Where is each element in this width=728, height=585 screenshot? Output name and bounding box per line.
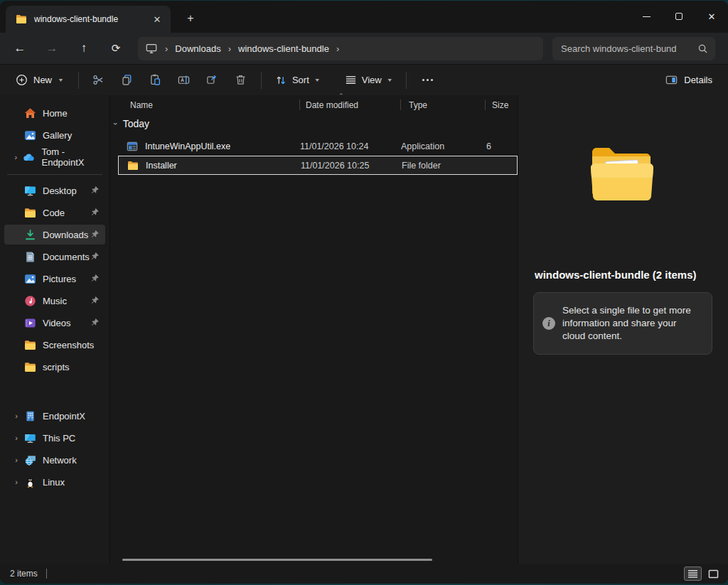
sidebar-item-videos[interactable]: Videos (4, 313, 105, 333)
column-header-name[interactable]: Name (110, 95, 299, 114)
column-separator[interactable] (400, 100, 401, 110)
breadcrumb-downloads[interactable]: Downloads (175, 43, 220, 54)
file-row-intunewinapputil[interactable]: IntuneWinAppUtil.exe 11/01/2026 10:24 Ap… (118, 136, 518, 156)
explorer-tab[interactable]: windows-client-bundle ✕ (6, 6, 171, 33)
chevron-right-icon[interactable]: › (9, 456, 24, 464)
cloud-icon (23, 151, 35, 163)
more-options-button[interactable] (412, 79, 443, 81)
column-header-size[interactable]: Size (485, 95, 518, 114)
status-divider (46, 569, 47, 579)
close-button[interactable]: ✕ (695, 1, 728, 32)
paste-icon (149, 73, 162, 87)
details-pane-icon (665, 73, 678, 87)
sidebar-separator (7, 174, 102, 175)
pin-icon (90, 208, 100, 217)
share-button[interactable] (198, 68, 227, 92)
sidebar-item-label: Music (43, 296, 67, 306)
column-separator[interactable] (485, 100, 486, 110)
up-button[interactable]: ↑ (72, 37, 96, 60)
chevron-right-icon[interactable]: › (9, 412, 24, 420)
sidebar-item-home[interactable]: Home (4, 103, 105, 123)
new-button[interactable]: New ▼ (7, 70, 73, 90)
network-icon (24, 454, 36, 466)
sidebar-item-downloads[interactable]: Downloads (4, 225, 105, 245)
chevron-right-icon[interactable]: › (9, 153, 23, 161)
sidebar-item-pictures[interactable]: Pictures (4, 269, 105, 289)
sidebar-item-this-pc[interactable]: › This PC (4, 428, 105, 448)
forward-button[interactable]: → (40, 37, 64, 60)
sidebar-item-documents[interactable]: Documents (4, 247, 105, 267)
file-list-panel: Name Date modified ⌃ Type Size › (110, 95, 518, 564)
linux-penguin-icon (24, 476, 36, 488)
copy-button[interactable] (113, 68, 141, 92)
chevron-right-icon[interactable]: › (9, 434, 24, 442)
sidebar-item-linux[interactable]: › Linux (4, 472, 105, 492)
column-header-date-modified[interactable]: Date modified ⌃ (299, 95, 400, 114)
column-separator[interactable] (299, 100, 300, 110)
chevron-down-icon: ▼ (58, 77, 64, 83)
view-icon (345, 74, 357, 86)
chevron-right-icon[interactable]: › (9, 478, 24, 486)
icons-view-toggle[interactable] (705, 567, 722, 581)
view-toggles (684, 567, 722, 581)
trash-icon (234, 73, 247, 87)
sidebar-item-label: Network (43, 455, 77, 466)
command-bar: New ▼ Sort ▼ View ▼ (0, 64, 728, 95)
column-header-type[interactable]: Type (400, 95, 485, 114)
sidebar-item-label: scripts (43, 362, 70, 372)
view-button[interactable]: View ▼ (338, 70, 400, 90)
sidebar-item-label: This PC (43, 433, 75, 444)
search-icon[interactable] (697, 43, 708, 54)
details-button-label: Details (684, 75, 712, 85)
breadcrumb-chevron-icon: › (336, 43, 339, 54)
sidebar: Home Gallery › Tom - EndpointX Desktop (0, 95, 110, 564)
preview-info-card: i Select a single file to get more infor… (533, 292, 712, 355)
document-icon (24, 251, 36, 263)
cut-button[interactable] (85, 68, 113, 92)
breadcrumb-chevron-icon: › (165, 43, 168, 54)
sidebar-item-gallery[interactable]: Gallery (4, 125, 105, 145)
sidebar-item-label: Desktop (43, 186, 77, 196)
rename-button[interactable] (170, 68, 198, 92)
sidebar-item-scripts[interactable]: scripts (4, 357, 105, 377)
tab-close-icon[interactable]: ✕ (149, 11, 165, 27)
new-tab-button[interactable]: + (181, 9, 200, 28)
sidebar-item-code[interactable]: Code (4, 203, 105, 222)
details-button[interactable]: Details (659, 69, 718, 91)
file-explorer-window: windows-client-bundle ✕ + ✕ ← → ↑ ⟳ › Do… (0, 1, 728, 584)
delete-button[interactable] (227, 68, 255, 92)
sidebar-item-network[interactable]: › Network (4, 450, 105, 470)
horizontal-scrollbar[interactable] (122, 559, 432, 561)
main-area: Home Gallery › Tom - EndpointX Desktop (0, 95, 728, 564)
group-header-today[interactable]: › Today (114, 118, 149, 129)
sidebar-item-music[interactable]: Music (4, 291, 105, 311)
file-name: Installer (146, 161, 301, 171)
minimize-button[interactable] (630, 1, 663, 32)
back-button[interactable]: ← (8, 37, 32, 60)
search-input[interactable] (561, 43, 697, 54)
details-view-icon (687, 569, 698, 579)
sidebar-item-endpointx[interactable]: › EndpointX (4, 406, 105, 426)
sidebar-item-screenshots[interactable]: Screenshots (4, 335, 105, 355)
maximize-button[interactable] (663, 1, 695, 32)
address-bar[interactable]: › Downloads › windows-client-bundle › (138, 37, 543, 60)
paste-button[interactable] (141, 68, 170, 92)
refresh-button[interactable]: ⟳ (104, 37, 128, 60)
sort-button[interactable]: Sort ▼ (267, 70, 328, 91)
pin-icon (90, 252, 100, 261)
sidebar-item-onedrive[interactable]: › Tom - EndpointX (4, 147, 105, 167)
gallery-icon (24, 129, 36, 141)
pin-icon (90, 274, 100, 283)
search-box[interactable] (552, 37, 715, 60)
folder-icon (127, 160, 139, 171)
chevron-expanded-icon[interactable]: › (112, 122, 120, 125)
new-button-label: New (33, 75, 52, 85)
folder-icon (24, 361, 36, 373)
sidebar-item-label: Screenshots (43, 340, 94, 350)
toolbar-divider (78, 72, 79, 89)
sidebar-item-desktop[interactable]: Desktop (4, 181, 105, 200)
breadcrumb-current-folder[interactable]: windows-client-bundle (238, 43, 329, 54)
sort-button-label: Sort (292, 75, 309, 85)
file-row-installer-selected[interactable]: Installer 11/01/2026 10:25 File folder (118, 156, 518, 175)
details-view-toggle[interactable] (684, 567, 702, 581)
